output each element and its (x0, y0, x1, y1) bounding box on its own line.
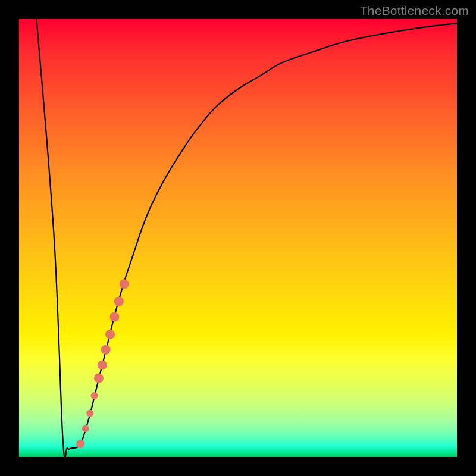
bottleneck-curve-path (36, 19, 457, 457)
data-marker (94, 374, 104, 383)
data-marker (114, 297, 124, 306)
data-marker (101, 345, 111, 355)
data-marker (105, 330, 115, 339)
data-marker (109, 312, 119, 321)
data-marker (98, 360, 107, 369)
marker-group (76, 279, 129, 448)
chart-svg (19, 19, 457, 457)
data-marker (86, 409, 93, 416)
data-marker (76, 440, 84, 448)
watermark-text: TheBottleneck.com (360, 4, 469, 18)
chart-frame: TheBottleneck.com (0, 0, 476, 476)
data-marker (91, 392, 98, 399)
data-marker (120, 279, 129, 289)
plot-area (19, 19, 457, 457)
data-marker (82, 425, 89, 432)
